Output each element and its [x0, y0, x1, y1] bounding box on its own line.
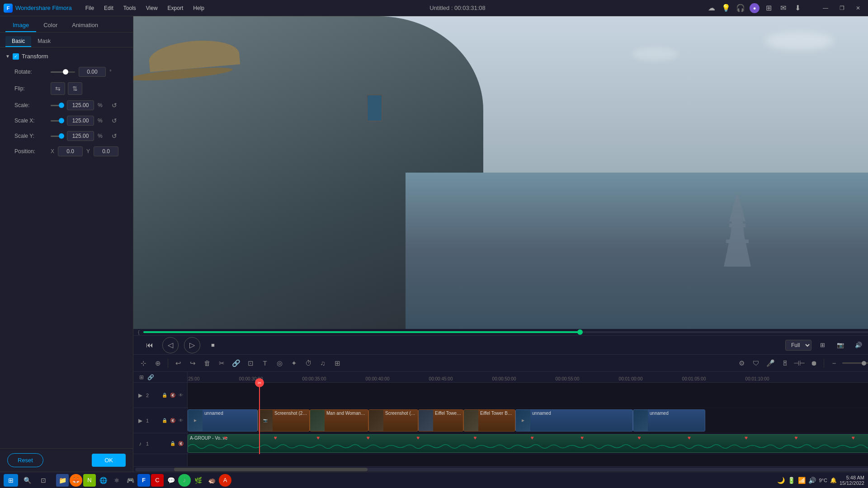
audio-lock-icon[interactable]: 🔒	[169, 440, 176, 447]
track-1-eye-icon[interactable]: 👁	[177, 417, 184, 424]
moon-icon[interactable]: 🌙	[777, 477, 785, 484]
screenshot-preview-icon[interactable]: ⊞	[815, 338, 830, 352]
task-view-button[interactable]: ⊡	[36, 474, 51, 487]
audio-clip[interactable]: A-GROUP - Vo..ve ♥ ♥ ♥ ♥	[188, 434, 868, 453]
rotate-value[interactable]	[79, 67, 106, 77]
minimize-button[interactable]: —	[819, 2, 832, 14]
search-taskbar-button[interactable]: 🔍	[20, 474, 34, 487]
scene-detect-button[interactable]: ⊞	[331, 357, 344, 370]
playhead[interactable]: ✂	[259, 383, 260, 454]
skip-back-button[interactable]: ⏮	[142, 338, 157, 352]
scrollbar-thumb[interactable]	[174, 468, 368, 471]
camera-icon[interactable]: 📷	[833, 338, 848, 352]
track-1-mute-icon[interactable]: 🔇	[169, 417, 176, 424]
scale-y-reset-icon[interactable]: ↺	[110, 132, 118, 140]
timeline-tracks-scroll[interactable]: 00:00:25:00 00:00:30:00 00:00:35:00 00:0…	[188, 372, 868, 466]
preview-progress-track[interactable]	[143, 331, 868, 333]
clip-unnamed-2[interactable]: ▶ unnamed	[515, 409, 633, 432]
taskbar-spotify[interactable]: ♪	[178, 474, 191, 487]
clip-unnamed-1[interactable]: ▶ unnamed	[188, 409, 258, 432]
taskbar-nvidia[interactable]: N	[83, 474, 96, 487]
transform-section-header[interactable]: ▼ ✓ Transform	[5, 53, 127, 60]
audio-fx-button[interactable]: ♫	[316, 357, 329, 370]
taskbar-discord[interactable]: 💬	[165, 474, 177, 487]
rotate-slider-thumb[interactable]	[63, 69, 68, 75]
select-tool-button[interactable]: ⊹	[137, 357, 150, 370]
transform-checkbox[interactable]: ✓	[13, 53, 19, 60]
taskbar-filmora[interactable]: F	[137, 474, 150, 487]
volume-icon[interactable]: 🔊	[808, 477, 816, 484]
clip-man-woman[interactable]: Man and Woman Sitting ...	[310, 409, 368, 432]
cut-button[interactable]: ✂	[215, 357, 228, 370]
audio-mix-icon[interactable]: 🎚	[778, 357, 791, 370]
link-header-button[interactable]: 🔗	[146, 373, 155, 382]
play-button[interactable]: ▷	[184, 337, 200, 353]
scale-y-thumb[interactable]	[59, 133, 64, 139]
maximize-button[interactable]: ❐	[835, 2, 848, 14]
record-icon[interactable]: ⏺	[807, 357, 820, 370]
battery-icon[interactable]: 🔋	[788, 477, 795, 484]
menu-export[interactable]: Export	[163, 3, 188, 13]
close-button[interactable]: ✕	[852, 2, 864, 14]
rotate-slider[interactable]	[51, 71, 75, 73]
playhead-handle[interactable]: ✂	[255, 378, 264, 387]
bulb-icon[interactable]: 💡	[721, 3, 731, 14]
zoom-slider[interactable]	[842, 362, 868, 364]
taskbar-firefox[interactable]: 🦊	[70, 474, 82, 487]
quality-select[interactable]: Full 1/2 1/4	[785, 340, 811, 351]
sub-tab-basic[interactable]: Basic	[5, 36, 31, 47]
track-2-mute-icon[interactable]: 🔇	[169, 392, 176, 399]
grid-icon[interactable]: ⊞	[763, 3, 774, 14]
shield-icon[interactable]: 🛡	[750, 357, 762, 370]
headset-icon[interactable]: 🎧	[735, 3, 746, 14]
position-y-input[interactable]	[94, 146, 118, 156]
sub-tab-mask[interactable]: Mask	[31, 36, 57, 47]
flip-vertical-button[interactable]: ⇅	[68, 82, 82, 95]
timeline-settings-icon[interactable]: ⚙	[735, 357, 748, 370]
add-media-header-button[interactable]: ⊞	[137, 373, 146, 382]
menu-file[interactable]: File	[81, 3, 99, 13]
split-icon[interactable]: ⊣⊢	[793, 357, 806, 370]
clip-screenshot-231[interactable]: Screenshot (231)	[368, 409, 418, 432]
scale-x-reset-icon[interactable]: ↺	[110, 117, 118, 125]
scale-slider-thumb[interactable]	[59, 103, 64, 108]
mail-icon[interactable]: ✉	[778, 3, 788, 14]
track-1-lock-icon[interactable]: 🔒	[161, 417, 168, 424]
undo-button[interactable]: ↩	[172, 357, 184, 370]
crop-button[interactable]: ⊡	[244, 357, 257, 370]
menu-help[interactable]: Help	[189, 3, 209, 13]
speed-button[interactable]: ⏱	[302, 357, 315, 370]
preview-progress-thumb[interactable]	[577, 329, 583, 335]
ok-button[interactable]: OK	[92, 454, 126, 467]
zoom-out-button[interactable]: −	[828, 357, 840, 370]
scale-value[interactable]	[67, 100, 94, 110]
link-button[interactable]: 🔗	[230, 357, 242, 370]
track-2-eye-icon[interactable]: 👁	[177, 392, 184, 399]
taskbar-leaf[interactable]: 🌿	[192, 474, 204, 487]
zoom-thumb[interactable]	[862, 361, 866, 366]
taskbar-chrome[interactable]: 🌐	[97, 474, 109, 487]
scale-x-value[interactable]	[67, 116, 94, 126]
menu-tools[interactable]: Tools	[119, 3, 141, 13]
redo-button[interactable]: ↪	[186, 357, 199, 370]
taskbar-antivirus[interactable]: A	[219, 474, 231, 487]
taskbar-electron[interactable]: ⚛	[110, 474, 123, 487]
account-icon[interactable]: ●	[750, 3, 760, 13]
taskbar-vlc[interactable]: 🦔	[205, 474, 218, 487]
scale-x-slider[interactable]	[51, 120, 63, 122]
taskbar-app-red[interactable]: C	[151, 474, 164, 487]
scale-reset-icon[interactable]: ↺	[110, 101, 118, 109]
menu-view[interactable]: View	[142, 3, 162, 13]
sticker-button[interactable]: ◎	[273, 357, 286, 370]
clip-unnamed-3[interactable]: unnamed	[633, 409, 705, 432]
effects-button[interactable]: ✦	[288, 357, 300, 370]
text-button[interactable]: T	[259, 357, 271, 370]
clip-eiffel-ba[interactable]: Eiffel Tower Ba...	[463, 409, 515, 432]
track-2-lock-icon[interactable]: 🔒	[161, 392, 168, 399]
add-media-button[interactable]: ⊕	[151, 357, 164, 370]
scale-y-value[interactable]	[67, 131, 94, 141]
notification-icon[interactable]: 🔔	[830, 477, 837, 483]
volume-icon[interactable]: 🔊	[851, 338, 866, 352]
scale-slider[interactable]	[51, 105, 63, 106]
clip-eiffel-p[interactable]: Eiffel Tower, P...	[418, 409, 463, 432]
